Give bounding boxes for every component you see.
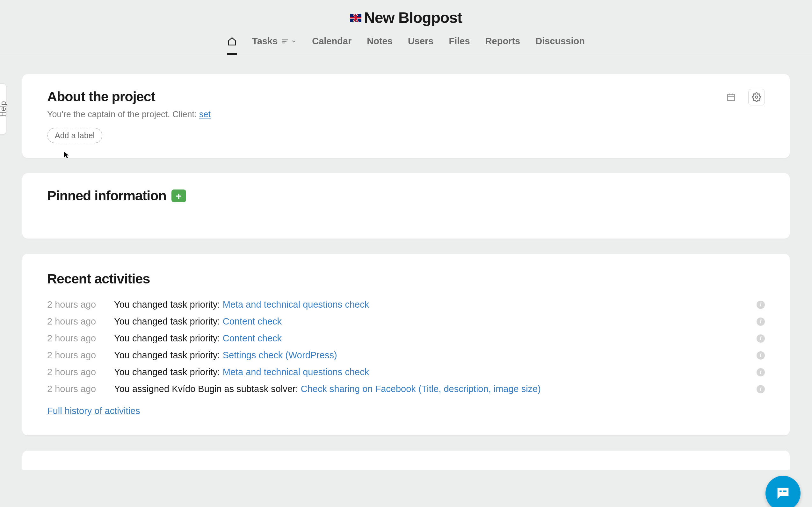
nav-notes[interactable]: Notes bbox=[367, 36, 393, 55]
page-title: New Blogpost bbox=[350, 9, 462, 26]
nav-reports-label: Reports bbox=[485, 36, 520, 47]
activity-time: 2 hours ago bbox=[47, 333, 114, 344]
activity-time: 2 hours ago bbox=[47, 367, 114, 377]
home-icon bbox=[227, 37, 237, 46]
info-icon[interactable]: i bbox=[757, 334, 765, 343]
add-pinned-button[interactable]: + bbox=[171, 189, 186, 202]
pinned-card: Pinned information + bbox=[22, 173, 790, 238]
activity-text: You changed task priority: Content check bbox=[114, 316, 757, 327]
nav-users[interactable]: Users bbox=[408, 36, 434, 55]
pinned-title: Pinned information bbox=[47, 188, 166, 204]
about-title: About the project bbox=[47, 89, 211, 105]
nav-tasks[interactable]: Tasks bbox=[252, 36, 297, 55]
calendar-icon bbox=[726, 92, 736, 102]
activity-row: 2 hours agoYou changed task priority: Me… bbox=[47, 296, 765, 313]
settings-button[interactable] bbox=[748, 89, 765, 105]
svg-rect-8 bbox=[779, 491, 782, 492]
nav-discussion-label: Discussion bbox=[536, 36, 585, 47]
activity-text: You changed task priority: Settings chec… bbox=[114, 350, 757, 360]
recent-card: Recent activities 2 hours agoYou changed… bbox=[22, 254, 790, 435]
add-label-button[interactable]: Add a label bbox=[47, 128, 102, 143]
activity-text-prefix: You changed task priority: bbox=[114, 350, 223, 360]
activity-text: You changed task priority: Meta and tech… bbox=[114, 367, 757, 377]
activity-text: You changed task priority: Content check bbox=[114, 333, 757, 344]
activity-text: You changed task priority: Meta and tech… bbox=[114, 299, 757, 310]
activity-row: 2 hours agoYou assigned Kvído Bugin as s… bbox=[47, 381, 765, 397]
activity-link[interactable]: Meta and technical questions check bbox=[223, 367, 369, 377]
activity-text-prefix: You changed task priority: bbox=[114, 299, 223, 309]
activity-list: 2 hours agoYou changed task priority: Me… bbox=[47, 296, 765, 397]
activity-row: 2 hours agoYou changed task priority: Se… bbox=[47, 347, 765, 364]
activity-link[interactable]: Check sharing on Facebook (Title, descri… bbox=[301, 384, 541, 394]
svg-rect-3 bbox=[727, 94, 735, 101]
filter-lines-icon bbox=[282, 38, 289, 45]
help-tab[interactable]: Help bbox=[0, 83, 6, 134]
activity-text-prefix: You changed task priority: bbox=[114, 367, 223, 377]
page-title-text: New Blogpost bbox=[364, 9, 462, 26]
chat-icon bbox=[775, 485, 791, 502]
full-history-link[interactable]: Full history of activities bbox=[47, 406, 140, 416]
info-icon[interactable]: i bbox=[757, 385, 765, 393]
recent-title: Recent activities bbox=[47, 271, 765, 287]
activity-text-prefix: You changed task priority: bbox=[114, 316, 223, 326]
nav-notes-label: Notes bbox=[367, 36, 393, 47]
client-set-link[interactable]: set bbox=[199, 110, 211, 119]
activity-time: 2 hours ago bbox=[47, 384, 114, 394]
svg-rect-9 bbox=[783, 491, 786, 492]
nav-users-label: Users bbox=[408, 36, 434, 47]
help-tab-label: Help bbox=[0, 101, 8, 117]
about-card: About the project You're the captain of … bbox=[22, 74, 790, 158]
main-nav: Tasks Calendar Notes Users Files Reports… bbox=[0, 26, 812, 55]
activity-row: 2 hours agoYou changed task priority: Co… bbox=[47, 330, 765, 347]
activity-row: 2 hours agoYou changed task priority: Me… bbox=[47, 364, 765, 381]
nav-calendar-label: Calendar bbox=[312, 36, 352, 47]
nav-home[interactable] bbox=[227, 36, 237, 55]
activity-time: 2 hours ago bbox=[47, 350, 114, 360]
nav-files-label: Files bbox=[449, 36, 470, 47]
nav-discussion[interactable]: Discussion bbox=[536, 36, 585, 55]
activity-text-prefix: You assigned Kvído Bugin as subtask solv… bbox=[114, 384, 301, 394]
about-subtitle-text: You're the captain of the project. Clien… bbox=[47, 110, 199, 119]
next-card-peek bbox=[22, 451, 790, 470]
activity-text-prefix: You changed task priority: bbox=[114, 333, 223, 343]
svg-point-7 bbox=[755, 96, 758, 98]
nav-files[interactable]: Files bbox=[449, 36, 470, 55]
gear-icon bbox=[752, 92, 761, 102]
activity-text: You assigned Kvído Bugin as subtask solv… bbox=[114, 384, 757, 394]
nav-calendar[interactable]: Calendar bbox=[312, 36, 352, 55]
info-icon[interactable]: i bbox=[757, 368, 765, 377]
info-icon[interactable]: i bbox=[757, 351, 765, 359]
activity-link[interactable]: Content check bbox=[223, 333, 282, 343]
date-button[interactable] bbox=[723, 90, 739, 105]
info-icon[interactable]: i bbox=[757, 318, 765, 326]
uk-flag-icon bbox=[350, 14, 361, 22]
chat-fab[interactable] bbox=[765, 476, 801, 507]
nav-tasks-label: Tasks bbox=[252, 36, 277, 47]
about-subtitle: You're the captain of the project. Clien… bbox=[47, 110, 211, 119]
activity-link[interactable]: Settings check (WordPress) bbox=[223, 350, 337, 360]
nav-reports[interactable]: Reports bbox=[485, 36, 520, 55]
activity-link[interactable]: Content check bbox=[223, 316, 282, 326]
info-icon[interactable]: i bbox=[757, 301, 765, 309]
activity-link[interactable]: Meta and technical questions check bbox=[223, 299, 369, 309]
chevron-down-icon[interactable] bbox=[291, 39, 297, 44]
activity-time: 2 hours ago bbox=[47, 316, 114, 327]
activity-row: 2 hours agoYou changed task priority: Co… bbox=[47, 313, 765, 330]
activity-time: 2 hours ago bbox=[47, 299, 114, 310]
